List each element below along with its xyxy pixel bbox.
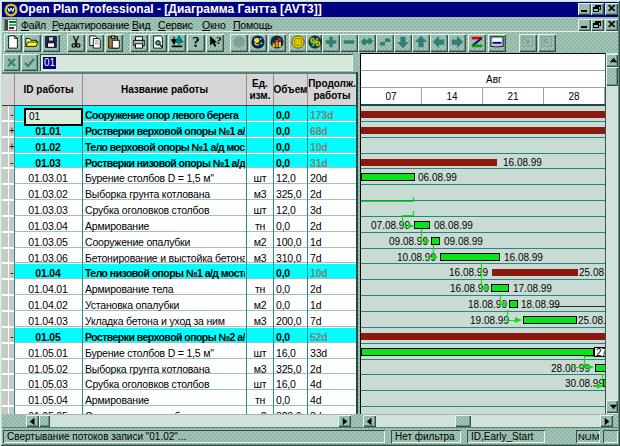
svg-text:?: ? xyxy=(192,35,199,49)
svg-text:?: ? xyxy=(216,35,222,46)
svg-text:%: % xyxy=(310,36,320,48)
